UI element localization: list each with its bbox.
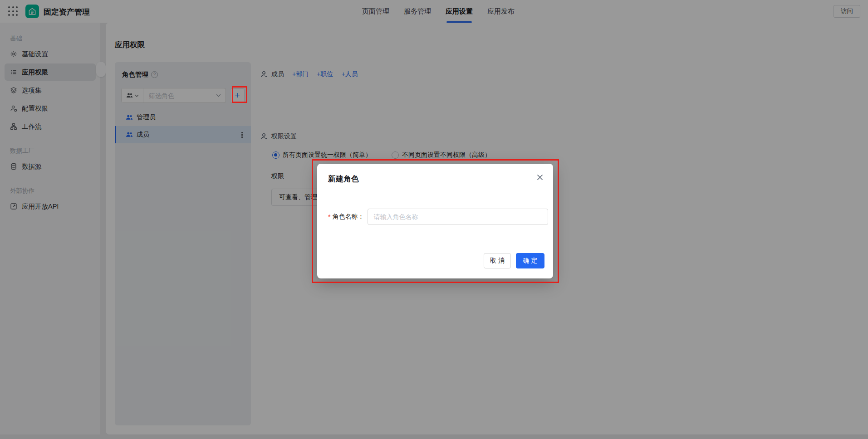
dialog-title: 新建角色 bbox=[328, 174, 359, 184]
cancel-button[interactable]: 取 消 bbox=[484, 253, 511, 268]
confirm-button[interactable]: 确 定 bbox=[516, 253, 544, 268]
role-name-input[interactable] bbox=[368, 209, 548, 225]
close-icon[interactable] bbox=[536, 173, 544, 181]
dialog-footer: 取 消 确 定 bbox=[484, 253, 544, 268]
role-name-form-row: * 角色名称： bbox=[328, 209, 548, 225]
role-name-label: 角色名称： bbox=[332, 213, 364, 221]
required-asterisk: * bbox=[328, 213, 330, 220]
new-role-dialog: 新建角色 * 角色名称： 取 消 确 定 bbox=[317, 164, 553, 278]
app-window: 固定资产管理 页面管理 服务管理 应用设置 应用发布 访问 基础 基础设置 应用… bbox=[0, 0, 868, 439]
